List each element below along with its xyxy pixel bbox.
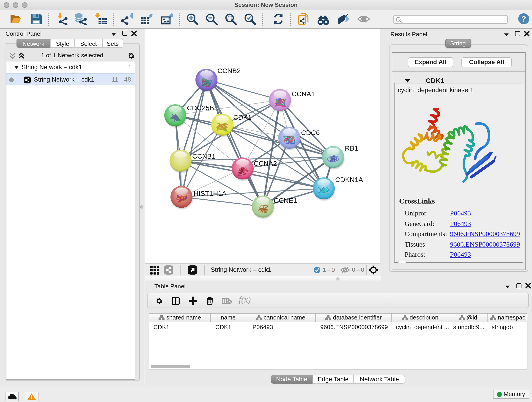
svg-text:?: ? <box>521 14 526 23</box>
svg-text:HIST1H1A: HIST1H1A <box>194 190 226 197</box>
svg-text:CDKN1A: CDKN1A <box>335 176 363 183</box>
svg-text:CCNE1: CCNE1 <box>274 197 297 204</box>
svg-text:CDC6: CDC6 <box>301 129 320 136</box>
svg-text:CCNB2: CCNB2 <box>217 67 241 75</box>
svg-text:CCNA2: CCNA2 <box>254 160 277 167</box>
svg-text:CCNB1: CCNB1 <box>192 153 215 160</box>
svg-text:RB1: RB1 <box>345 144 358 152</box>
svg-text:CDC25B: CDC25B <box>187 104 214 112</box>
svg-text:CDK1: CDK1 <box>233 114 252 121</box>
svg-text:CCNA1: CCNA1 <box>292 90 315 98</box>
